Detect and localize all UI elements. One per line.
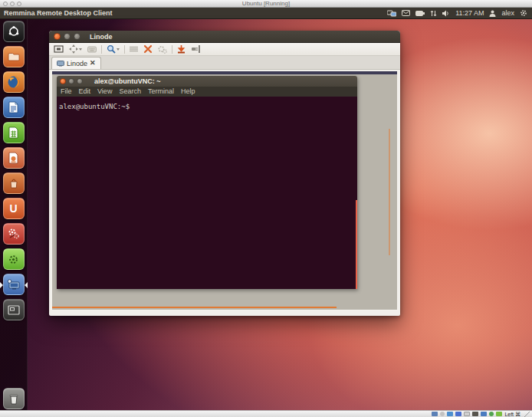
clock[interactable]: 11:27 AM bbox=[455, 9, 484, 17]
sync-arrows-icon[interactable] bbox=[430, 10, 437, 17]
launcher-item-dash-home[interactable] bbox=[0, 21, 28, 43]
render-artifact-line bbox=[389, 129, 390, 255]
toolbar-separator bbox=[172, 45, 172, 54]
disconnect-button[interactable] bbox=[190, 44, 202, 54]
remote-desktop-icon bbox=[7, 279, 20, 290]
mouse-capture-icon[interactable] bbox=[496, 412, 502, 416]
terminal-maximize-button[interactable] bbox=[77, 78, 83, 84]
scaled-mode-button[interactable] bbox=[68, 44, 83, 54]
usb-icon[interactable] bbox=[464, 412, 470, 416]
tab-linode[interactable]: Linode ✕ bbox=[51, 57, 101, 69]
user-icon[interactable] bbox=[489, 10, 496, 17]
menu-view[interactable]: View bbox=[97, 87, 112, 97]
shell-prompt: alex@ubuntuVNC:~$ bbox=[59, 103, 130, 110]
trash-icon bbox=[8, 393, 19, 405]
dropdown-caret-icon bbox=[79, 48, 82, 51]
terminal-close-button[interactable] bbox=[60, 78, 66, 84]
calc-spreadsheet-icon bbox=[8, 126, 18, 139]
focused-arrow-icon bbox=[25, 282, 28, 288]
window-outline-icon bbox=[8, 305, 20, 315]
remmina-titlebar[interactable]: Linode bbox=[49, 31, 400, 43]
firefox-icon bbox=[7, 75, 21, 89]
virtualbox-statusbar: Left ⌘ bbox=[0, 410, 532, 417]
window-maximize-button[interactable] bbox=[74, 33, 80, 40]
launcher-item-home-folder[interactable] bbox=[0, 46, 28, 68]
launcher-item-update-manager[interactable] bbox=[0, 248, 28, 271]
terminal-window[interactable]: alex@ubuntuVNC: ~ File Edit View Search … bbox=[57, 76, 357, 289]
remmina-toolbar bbox=[49, 43, 400, 56]
optical-disc-icon[interactable] bbox=[440, 412, 445, 416]
audio-icon[interactable] bbox=[447, 412, 453, 416]
window-title: Linode bbox=[90, 33, 113, 41]
fullscreen-button[interactable] bbox=[53, 44, 64, 54]
tab-label: Linode bbox=[67, 60, 87, 67]
network-icon[interactable] bbox=[387, 10, 396, 17]
zoom-button[interactable] bbox=[106, 44, 120, 54]
terminal-titlebar[interactable]: alex@ubuntuVNC: ~ bbox=[57, 76, 357, 87]
terminal-content[interactable]: alex@ubuntuVNC:~$ bbox=[57, 97, 357, 289]
battery-icon[interactable] bbox=[415, 11, 425, 16]
running-arrow-icon bbox=[0, 282, 3, 288]
terminal-menubar: File Edit View Search Terminal Help bbox=[57, 87, 357, 97]
menu-search[interactable]: Search bbox=[119, 87, 141, 97]
gear-refresh-icon bbox=[8, 254, 19, 265]
vm-window-titlebar: Ubuntu [Running] bbox=[0, 0, 532, 8]
launcher-item-libreoffice-impress[interactable] bbox=[0, 147, 28, 169]
launcher-item-ubuntu-one[interactable]: U bbox=[0, 198, 28, 220]
remote-desktop-top-edge bbox=[52, 71, 397, 74]
ubuntu-one-icon: U bbox=[9, 203, 17, 214]
terminal-title: alex@ubuntuVNC: ~ bbox=[94, 77, 161, 85]
remmina-window: Linode bbox=[49, 31, 400, 316]
launcher-item-remmina[interactable] bbox=[0, 274, 28, 296]
folder-icon bbox=[8, 52, 20, 61]
username-label[interactable]: alex bbox=[501, 9, 514, 17]
ubuntu-top-panel: Remmina Remote Desktop Client 11:27 AM a… bbox=[0, 8, 532, 19]
volume-icon[interactable] bbox=[442, 10, 450, 17]
render-artifact-line bbox=[52, 307, 337, 308]
render-artifact-line bbox=[356, 200, 357, 289]
impress-presentation-icon bbox=[8, 152, 18, 164]
terminal-minimize-button[interactable] bbox=[68, 78, 74, 84]
panel-app-title: Remmina Remote Desktop Client bbox=[0, 9, 113, 17]
host-key-label: Left ⌘ bbox=[504, 411, 521, 417]
remmina-tabbar: Linode ✕ bbox=[49, 56, 400, 70]
desktop-wallpaper: Ubuntu [Running] Remmina Remote Desktop … bbox=[0, 0, 532, 417]
unity-launcher: U bbox=[0, 19, 28, 412]
remote-screen-icon bbox=[57, 61, 64, 67]
menu-help[interactable]: Help bbox=[181, 87, 195, 97]
gears-tools-icon bbox=[8, 228, 20, 240]
ubuntu-logo-icon bbox=[8, 25, 20, 38]
grab-keyboard-button[interactable] bbox=[87, 45, 97, 54]
quality-button[interactable] bbox=[129, 45, 139, 53]
launcher-item-firefox[interactable] bbox=[0, 71, 28, 94]
hdd-icon[interactable] bbox=[432, 412, 438, 416]
launcher-item-libreoffice-writer[interactable] bbox=[0, 97, 28, 119]
window-close-button[interactable] bbox=[54, 33, 61, 40]
dropdown-caret-icon bbox=[117, 48, 120, 51]
gear-icon[interactable] bbox=[520, 9, 527, 17]
window-minimize-button[interactable] bbox=[64, 33, 71, 40]
menu-terminal[interactable]: Terminal bbox=[148, 87, 174, 97]
remote-desktop-view[interactable]: alex@ubuntuVNC: ~ File Edit View Search … bbox=[51, 70, 399, 311]
menu-file[interactable]: File bbox=[61, 87, 72, 97]
launcher-item-libreoffice-calc[interactable] bbox=[0, 122, 28, 144]
display-icon[interactable] bbox=[481, 412, 487, 416]
resize-grip[interactable] bbox=[524, 412, 530, 417]
preferences-button[interactable] bbox=[157, 44, 168, 54]
toolbar-separator bbox=[124, 45, 125, 54]
launcher-item-ubuntu-software-center[interactable] bbox=[0, 172, 28, 195]
tools-button[interactable] bbox=[143, 44, 153, 54]
toolbar-separator bbox=[101, 45, 102, 54]
launcher-item-system-settings[interactable] bbox=[0, 223, 28, 245]
shopping-bag-icon bbox=[8, 178, 19, 189]
shared-folders-icon[interactable] bbox=[472, 412, 478, 416]
tab-close-button[interactable]: ✕ bbox=[90, 60, 96, 67]
features-icon[interactable] bbox=[489, 412, 494, 416]
mail-icon[interactable] bbox=[402, 10, 410, 16]
launcher-item-trash[interactable] bbox=[0, 388, 28, 410]
screenshot-button[interactable] bbox=[176, 44, 186, 54]
writer-document-icon bbox=[8, 101, 18, 113]
network-adapter-icon[interactable] bbox=[455, 412, 461, 416]
menu-edit[interactable]: Edit bbox=[79, 87, 91, 97]
launcher-item-workspace-switcher[interactable] bbox=[0, 299, 28, 321]
